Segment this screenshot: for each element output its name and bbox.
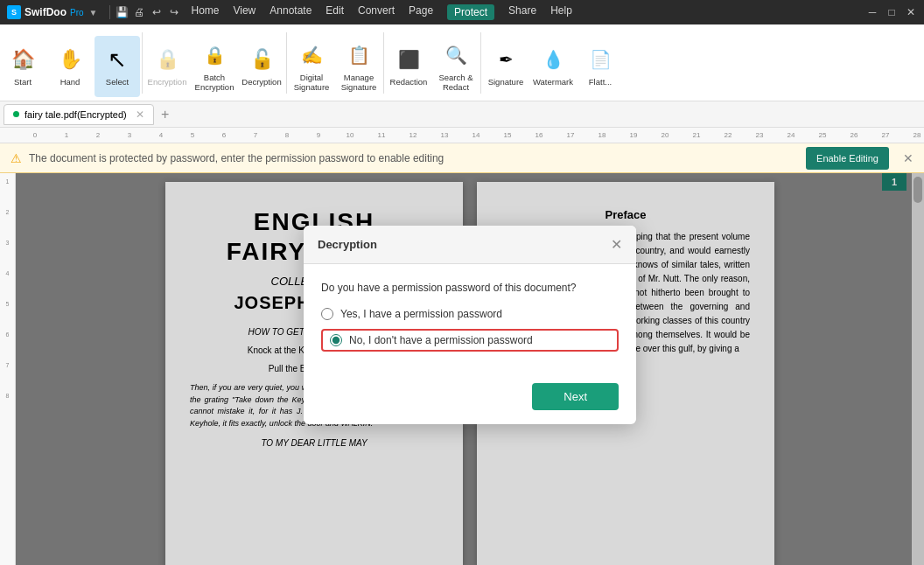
ribbon-item-manage-signature[interactable]: 📋 Manage Signature [336,36,382,97]
ribbon-item-flatten[interactable]: 📄 Flatt... [578,36,623,97]
title-bar-nav: Home View Annotate Edit Convert Page Pro… [191,4,571,20]
nav-annotate[interactable]: Annotate [270,4,312,20]
dialog-title: Decryption [318,238,377,251]
undo-icon[interactable]: ↩ [150,6,163,18]
title-bar-icons: 💾 🖨 ↩ ↪ [116,6,180,18]
dialog-overlay: Decryption ✕ Do you have a permission pa… [16,173,924,565]
maximize-button[interactable]: □ [886,6,898,18]
hand-icon: ✋ [56,45,84,73]
nav-convert[interactable]: Convert [358,4,395,20]
radio-no[interactable] [330,334,342,346]
dialog-body: Do you have a permission password of thi… [304,264,636,374]
ribbon-item-start[interactable]: 🏠 Start [0,36,46,97]
page-container: 1 ENGLISH FAIRY TALES COLLECTED BY JOSEP… [16,173,924,565]
option-yes-label: Yes, I have a permission password [340,308,502,320]
nav-home[interactable]: Home [191,4,219,20]
app-name: SwifDoo [24,6,66,18]
next-button[interactable]: Next [532,383,619,410]
watermark-icon: 💧 [539,45,567,73]
nav-share[interactable]: Share [508,4,536,20]
radio-yes[interactable] [321,308,333,320]
dialog-option-yes[interactable]: Yes, I have a permission password [321,308,619,320]
ribbon-divider-3 [383,32,384,94]
ribbon-item-redaction[interactable]: ⬛ Redaction [386,36,431,97]
redo-icon[interactable]: ↪ [168,6,180,18]
select-icon: ↖ [103,45,131,73]
ribbon-item-hand[interactable]: ✋ Hand [47,36,93,97]
dialog-footer: Next [304,374,636,424]
decryption-icon: 🔓 [248,45,276,73]
dialog-close-icon[interactable]: ✕ [611,236,622,253]
ribbon-item-watermark[interactable]: 💧 Watermark [530,36,576,97]
notification-bar: ⚠ The document is protected by password,… [0,143,924,173]
search-redact-label: Search & Redact [435,73,477,93]
ribbon-item-search-redact[interactable]: 🔍 Search & Redact [433,36,479,97]
manage-signature-icon: 📋 [345,41,373,69]
nav-view[interactable]: View [233,4,256,20]
tab-fairy-tale[interactable]: fairy tale.pdf(Encrypted) ✕ [4,104,154,125]
ruler-numbers: 0 1 2 3 4 5 6 7 8 9 10 11 12 13 14 15 16… [19,131,924,139]
ribbon-divider-2 [286,32,287,94]
nav-help[interactable]: Help [550,4,572,20]
ribbon-item-encryption[interactable]: 🔒 Encryption [144,36,190,97]
ribbon-item-signature[interactable]: ✒ Signature [483,36,528,97]
decryption-label: Decryption [242,77,281,87]
signature-icon: ✒ [492,45,520,73]
title-bar-divider [109,5,110,19]
tab-bar: fairy tale.pdf(Encrypted) ✕ + [0,101,924,128]
redaction-icon: ⬛ [395,45,423,73]
ribbon-item-batch-encryption[interactable]: 🔒 Batch Encryption [192,36,237,97]
start-icon: 🏠 [9,45,37,73]
notification-close-icon[interactable]: ✕ [903,151,914,165]
dialog-header: Decryption ✕ [304,226,636,264]
close-button[interactable]: ✕ [905,6,917,18]
nav-protect[interactable]: Protect [447,4,494,20]
digital-signature-label: Digital Signature [290,73,332,93]
ribbon-item-decryption[interactable]: 🔓 Decryption [239,36,284,97]
tab-dot [13,111,19,117]
tab-close-icon[interactable]: ✕ [136,108,144,121]
batch-encryption-icon: 🔒 [200,41,228,69]
ribbon-items: 🏠 Start ✋ Hand ↖ Select 🔒 Encryption 🔒 B… [0,28,924,97]
batch-encryption-label: Batch Encryption [193,73,235,93]
enable-editing-button[interactable]: Enable Editing [806,147,889,170]
start-label: Start [14,77,32,87]
encryption-label: Encryption [148,77,187,87]
dialog-option-no[interactable]: No, I don't have a permission password [321,329,619,352]
tab-label: fairy tale.pdf(Encrypted) [24,109,127,120]
title-bar: S SwifDooPro ▼ 💾 🖨 ↩ ↪ Home View Annotat… [0,0,924,24]
ribbon-item-select[interactable]: ↖ Select [94,36,140,97]
minimize-button[interactable]: ─ [866,6,878,18]
main-area: 1 2 3 4 5 6 7 8 1 ENGLISH FAIRY TALES CO… [0,173,924,565]
app-logo: S SwifDooPro ▼ [7,5,97,19]
notification-icon: ⚠ [10,151,22,165]
nav-page[interactable]: Page [409,4,433,20]
flatten-label: Flatt... [589,77,612,87]
vertical-ruler: 1 2 3 4 5 6 7 8 [0,173,16,565]
digital-signature-icon: ✍ [298,41,326,69]
select-label: Select [106,77,129,87]
signature-label: Signature [488,77,524,87]
manage-signature-label: Manage Signature [338,73,380,93]
save-icon[interactable]: 💾 [116,6,128,18]
hand-label: Hand [60,77,80,87]
horizontal-ruler: 0 1 2 3 4 5 6 7 8 9 10 11 12 13 14 15 16… [0,128,924,143]
ribbon: 🏠 Start ✋ Hand ↖ Select 🔒 Encryption 🔒 B… [0,24,924,101]
ribbon-divider-4 [480,32,481,94]
decryption-dialog: Decryption ✕ Do you have a permission pa… [304,226,636,424]
nav-edit[interactable]: Edit [326,4,344,20]
title-bar-dropdown[interactable]: ▼ [89,8,98,17]
option-no-label: No, I don't have a permission password [349,334,533,346]
notification-text: The document is protected by password, e… [29,152,799,164]
print-icon[interactable]: 🖨 [133,6,145,18]
app-pro: Pro [70,8,84,17]
dialog-question: Do you have a permission password of thi… [321,282,619,294]
encryption-icon: 🔒 [153,45,181,73]
redaction-label: Redaction [390,77,428,87]
ribbon-item-digital-signature[interactable]: ✍ Digital Signature [289,36,334,97]
logo-icon: S [7,5,21,19]
title-bar-right: ─ □ ✕ [866,6,917,18]
add-tab-button[interactable]: + [156,105,175,124]
search-redact-icon: 🔍 [442,41,470,69]
watermark-label: Watermark [533,77,573,87]
